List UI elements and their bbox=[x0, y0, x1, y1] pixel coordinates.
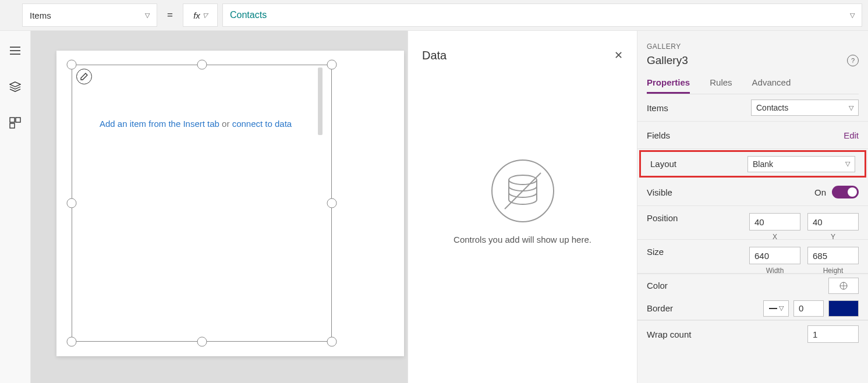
fx-label: fx bbox=[193, 10, 200, 20]
chevron-down-icon: ▽ bbox=[849, 104, 853, 112]
svg-rect-5 bbox=[16, 118, 20, 122]
prop-items: Items Contacts ▽ bbox=[637, 94, 868, 122]
resize-handle[interactable] bbox=[327, 198, 337, 208]
items-label: Items bbox=[647, 103, 668, 113]
position-label: Position bbox=[647, 213, 678, 223]
connect-data-link[interactable]: connect to data bbox=[232, 119, 292, 129]
border-style-dropdown[interactable]: ▽ bbox=[763, 300, 789, 317]
tab-rules[interactable]: Rules bbox=[710, 77, 732, 94]
visible-label: Visible bbox=[647, 187, 672, 197]
svg-marker-3 bbox=[10, 82, 20, 87]
left-rail bbox=[0, 31, 31, 383]
items-value: Contacts bbox=[756, 103, 788, 112]
svg-point-8 bbox=[509, 175, 537, 185]
wrap-count-input[interactable]: 1 bbox=[807, 325, 859, 343]
formula-value: Contacts bbox=[230, 10, 267, 20]
layout-value: Blank bbox=[753, 159, 773, 169]
prop-wrap-count: Wrap count 1 bbox=[637, 320, 868, 347]
fields-edit-link[interactable]: Edit bbox=[844, 130, 859, 140]
help-icon[interactable]: ? bbox=[847, 55, 859, 66]
gallery-selection[interactable]: Add an item from the Insert tab or conne… bbox=[72, 65, 332, 342]
prop-size: Size 640 685 Width Height bbox=[637, 240, 868, 274]
prop-fields: Fields Edit bbox=[637, 122, 868, 149]
formula-input[interactable]: Contacts ▽ bbox=[222, 3, 862, 27]
visible-state: On bbox=[814, 187, 826, 197]
chevron-down-icon: ▽ bbox=[203, 12, 207, 19]
border-color-picker[interactable] bbox=[828, 300, 859, 317]
border-width-input[interactable]: 0 bbox=[793, 300, 824, 317]
components-icon[interactable] bbox=[9, 117, 21, 129]
control-category: GALLERY bbox=[647, 42, 859, 51]
visible-toggle[interactable] bbox=[832, 186, 859, 198]
layout-dropdown[interactable]: Blank ▽ bbox=[747, 156, 855, 172]
prop-position: Position 40 40 X Y bbox=[637, 206, 868, 240]
edit-template-button[interactable] bbox=[76, 69, 92, 84]
layout-label: Layout bbox=[650, 159, 676, 169]
position-x-input[interactable]: 40 bbox=[749, 213, 800, 230]
tab-properties[interactable]: Properties bbox=[647, 77, 690, 94]
position-y-input[interactable]: 40 bbox=[807, 213, 859, 230]
resize-handle[interactable] bbox=[327, 337, 337, 347]
chevron-down-icon: ▽ bbox=[145, 12, 150, 19]
wrap-count-label: Wrap count bbox=[647, 329, 691, 339]
properties-panel: GALLERY Gallery3 ? Properties Rules Adva… bbox=[637, 31, 868, 383]
color-label: Color bbox=[647, 281, 668, 290]
chevron-down-icon: ▽ bbox=[850, 12, 855, 19]
chevron-down-icon: ▽ bbox=[845, 160, 850, 168]
svg-rect-6 bbox=[10, 123, 15, 128]
size-label: Size bbox=[647, 247, 664, 257]
tab-advanced[interactable]: Advanced bbox=[752, 77, 791, 94]
data-empty-message: Controls you add will show up here. bbox=[454, 235, 591, 244]
insert-hint-link[interactable]: Add an item from the Insert tab bbox=[100, 119, 219, 129]
color-picker[interactable] bbox=[828, 278, 859, 294]
resize-handle[interactable] bbox=[327, 60, 337, 70]
control-name[interactable]: Gallery3 bbox=[647, 54, 688, 67]
prop-visible: Visible On bbox=[637, 179, 868, 206]
layers-icon[interactable] bbox=[9, 81, 21, 93]
border-label: Border bbox=[647, 303, 673, 313]
prop-border: Border ▽ 0 bbox=[637, 297, 868, 320]
size-height-input[interactable]: 685 bbox=[807, 247, 859, 264]
svg-rect-4 bbox=[10, 118, 15, 122]
prop-color: Color bbox=[637, 274, 868, 297]
gallery-hint: Add an item from the Insert tab or conne… bbox=[100, 119, 292, 129]
property-dropdown[interactable]: Items ▽ bbox=[22, 3, 157, 27]
chevron-down-icon: ▽ bbox=[779, 304, 784, 312]
hint-separator: or bbox=[219, 119, 232, 129]
fx-button[interactable]: fx ▽ bbox=[183, 3, 218, 27]
size-width-input[interactable]: 640 bbox=[749, 247, 800, 264]
fields-label: Fields bbox=[647, 130, 670, 140]
database-empty-icon bbox=[491, 159, 555, 223]
hamburger-icon[interactable] bbox=[9, 45, 21, 56]
items-dropdown[interactable]: Contacts ▽ bbox=[751, 100, 859, 116]
equals-sign: = bbox=[162, 9, 178, 21]
property-dropdown-label: Items bbox=[30, 10, 51, 20]
canvas-area[interactable]: Add an item from the Insert tab or conne… bbox=[31, 31, 408, 383]
prop-layout: Layout Blank ▽ bbox=[639, 150, 866, 178]
data-panel-title: Data bbox=[422, 49, 447, 62]
close-icon[interactable]: ✕ bbox=[614, 49, 623, 62]
data-panel: Data ✕ Controls you add will show up her… bbox=[408, 31, 637, 383]
scrollbar[interactable] bbox=[318, 68, 323, 135]
